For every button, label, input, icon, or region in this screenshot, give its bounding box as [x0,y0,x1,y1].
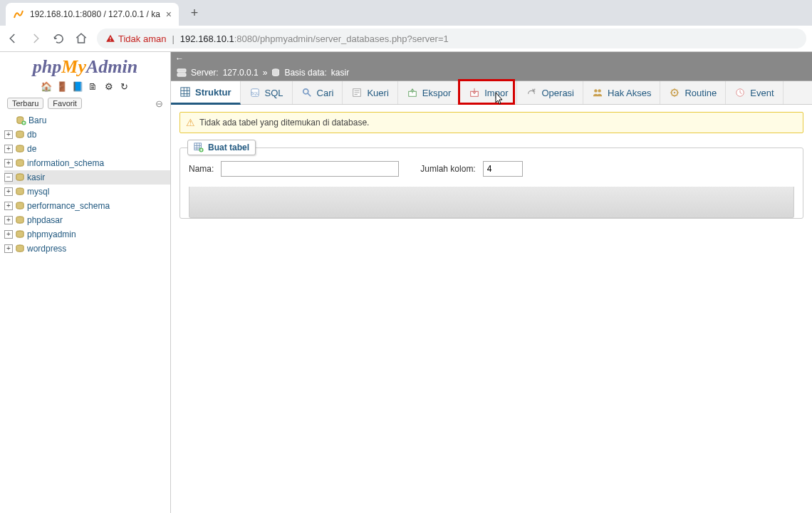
breadcrumb: Server: 127.0.0.1 » Basis data: kasir [171,65,812,81]
browser-nav-bar: Tidak aman | 192.168.10.1:8080/phpmyadmi… [0,26,812,51]
browser-tab-title: 192.168.10.1:8080 / 127.0.0.1 / ka [30,9,160,19]
table-add-icon [194,142,204,152]
database-icon [14,244,26,254]
operasi-icon [526,87,537,98]
database-icon [14,201,26,211]
collapse-bar[interactable]: ← [171,52,812,65]
pma-favicon [13,9,24,20]
breadcrumb-db-label: Basis data: [284,68,326,78]
server-icon [177,68,187,77]
cols-label: Jumlah kolom: [420,164,475,174]
tab-label: Cari [317,88,334,98]
tab-cari[interactable]: Cari [293,81,343,104]
reload-icon[interactable]: ↻ [119,81,130,92]
tab-label: Struktur [195,87,231,98]
home-button[interactable] [74,31,88,46]
tab-kueri[interactable]: Kueri [343,81,397,104]
sidebar: phpMyAdmin 🏠 🚪 📘 🗎 ⚙ ↻ Terbaru Favorit ⊖… [0,52,171,513]
tab-label: Hak Akses [608,88,651,98]
tab-hakakses[interactable]: Hak Akses [583,81,660,104]
tab-event[interactable]: Event [726,81,783,104]
tree-item-label: information_schema [27,158,104,168]
tab-label: Kueri [367,88,388,98]
browser-chrome: 192.168.10.1:8080 / 127.0.0.1 / ka × + T… [0,0,812,52]
event-icon [734,87,746,98]
breadcrumb-db-link[interactable]: kasir [331,68,349,78]
create-table-footer [189,187,794,218]
app-container: phpMyAdmin 🏠 🚪 📘 🗎 ⚙ ↻ Terbaru Favorit ⊖… [0,52,812,513]
tree-item-de[interactable]: +de [4,142,170,156]
sidebar-tabs: Terbaru Favorit ⊖ [0,96,170,110]
warning-icon: ⚠ [186,117,195,128]
tab-routine[interactable]: Routine [660,81,726,104]
tree-item-phpmyadmin[interactable]: +phpmyadmin [4,227,170,242]
tree-item-label: phpdasar [27,215,63,225]
name-label: Nama: [189,164,214,174]
favorite-tab[interactable]: Favorit [48,98,82,109]
recent-tab[interactable]: Terbaru [7,98,43,109]
browser-tab[interactable]: 192.168.10.1:8080 / 127.0.0.1 / ka × [6,3,179,26]
not-secure-label: Tidak aman [118,33,166,44]
expand-icon[interactable]: − [4,173,13,182]
gear-icon[interactable]: ⚙ [103,81,115,92]
tab-struktur[interactable]: Struktur [171,81,241,105]
sql-icon[interactable]: 🗎 [88,81,99,92]
tree-item-db[interactable]: +db [4,128,170,142]
url-text: 192.168.10.1:8080/phpmyadmin/server_data… [180,33,449,44]
svg-rect-13 [177,69,186,72]
tab-sql[interactable]: SQLSQL [241,81,293,104]
svg-rect-14 [177,73,186,76]
back-button[interactable] [6,31,20,46]
database-icon [14,144,26,154]
tree-item-phpdasar[interactable]: +phpdasar [4,213,170,227]
link-icon[interactable]: ⊖ [155,98,163,109]
tab-ekspor[interactable]: Ekspor [398,81,460,104]
tab-label: Impor [484,88,508,98]
expand-icon[interactable]: + [4,159,13,167]
tab-operasi[interactable]: Operasi [517,81,583,104]
table-cols-input[interactable] [483,161,523,177]
tab-impor[interactable]: Impor [460,81,517,104]
svg-point-26 [674,92,676,94]
logout-icon[interactable]: 🚪 [56,81,68,92]
docs-icon[interactable]: 📘 [72,81,83,92]
logo[interactable]: phpMyAdmin [0,52,170,79]
database-icon [14,229,26,239]
reload-button[interactable] [51,31,66,46]
expand-icon[interactable]: + [4,187,13,196]
hakakses-icon [592,87,603,98]
tree-item-mysql[interactable]: +mysql [4,185,170,199]
expand-icon[interactable]: + [4,244,13,253]
svg-point-23 [594,89,597,92]
expand-icon[interactable]: + [4,202,13,210]
close-icon[interactable]: × [166,9,172,20]
content-body: ⚠ Tidak ada tabel yang ditemukan di data… [171,105,812,226]
create-table-legend-label: Buat tabel [208,142,249,152]
expand-icon[interactable]: + [4,145,13,153]
table-name-input[interactable] [221,161,399,177]
tree-new[interactable]: Baru [4,113,170,128]
expand-icon[interactable]: + [4,230,13,239]
svg-point-24 [598,89,600,92]
expand-icon[interactable]: + [4,130,13,139]
url-separator: | [172,33,174,44]
tab-label: SQL [265,88,283,98]
tree-item-label: mysql [27,187,49,197]
database-icon [14,158,26,168]
tree-item-information_schema[interactable]: +information_schema [4,156,170,170]
database-icon [14,130,26,140]
tree-item-label: de [27,144,36,154]
tree-item-wordpress[interactable]: +wordpress [4,242,170,256]
tree-item-performance_schema[interactable]: +performance_schema [4,199,170,213]
database-icon [14,215,26,225]
tree-item-label: db [27,130,36,140]
expand-icon[interactable]: + [4,216,13,224]
svg-rect-1 [110,40,110,41]
url-bar[interactable]: Tidak aman | 192.168.10.1:8080/phpmyadmi… [97,28,806,48]
new-tab-button[interactable]: + [184,3,204,23]
tree-item-kasir[interactable]: −kasir [4,170,170,185]
home-icon[interactable]: 🏠 [41,81,52,92]
breadcrumb-server-link[interactable]: 127.0.0.1 [223,68,259,78]
forward-button[interactable] [28,31,43,46]
struktur-icon [179,86,191,98]
